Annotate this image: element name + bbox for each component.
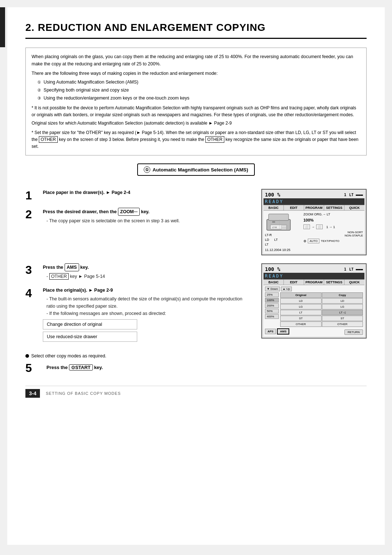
cs2-other-copy[interactable]: OTHER: [322, 321, 363, 327]
cs2-body: ▼ Down ▲ Up 25% 100% 200% 50% 400%: [264, 285, 364, 336]
cs1-drawer-lt: LT: [265, 243, 301, 246]
page: 3 2. REDUCTION AND ENLARGEMENT COPYING W…: [0, 0, 392, 555]
cs2-aps-btn[interactable]: APS: [265, 329, 276, 334]
step-2-block: 2 Press the desired drawer, then the ZOO…: [25, 208, 254, 224]
cs2-lg-copy[interactable]: LG: [322, 304, 363, 309]
printer-icon: LT-R: [265, 212, 292, 232]
cs2-tab-quick[interactable]: QUICK: [344, 280, 364, 285]
other-key-inline: OTHER: [39, 136, 58, 143]
cs2-return-btn[interactable]: RETURN: [344, 329, 363, 335]
intro-note1: * It is not possible for the device to p…: [32, 105, 360, 118]
ams-key: AMS: [65, 263, 79, 271]
step-3-num: 3: [25, 264, 43, 276]
step-4-num: 4: [25, 287, 43, 299]
step-3-block: 3 Press the AMS key. - OTHER key ► Page …: [25, 263, 254, 280]
cs1-topbar: 100 % 1 LT ▬▬▬: [264, 191, 364, 198]
svg-rect-7: [281, 228, 286, 230]
cs2-ld-copy[interactable]: LD: [322, 298, 363, 304]
cs1-left: LT-R LT-R LD LT: [265, 212, 301, 252]
cs1-copy-icon: ⬜: [303, 224, 310, 229]
intro-box: When placing originals on the glass, you…: [25, 48, 367, 155]
msg-use-reduced: Use reduced-size drawer: [43, 332, 137, 342]
step-4-sub-2: If the following messages are shown, pro…: [46, 310, 248, 317]
cs1-drawer-lt-label: LT: [274, 238, 278, 242]
cs1-drawer-ld: LD LT: [265, 238, 301, 242]
cs2-down-btn[interactable]: ▼ Down: [265, 287, 280, 291]
cs2-ams-btn[interactable]: AMS: [277, 328, 289, 335]
cs1-arrow-val: 1 → 1: [326, 225, 335, 229]
step-1-content: Place paper in the drawer(s). ► Page 2-4: [43, 189, 254, 198]
cs2-pct-btns: 25% 100% 200% 50% 400%: [265, 292, 279, 327]
cs1-tab-settings[interactable]: SETTINGS: [324, 205, 344, 210]
cs2-copy-header: Copy: [322, 292, 363, 298]
cs2-lt-orig[interactable]: LT: [280, 310, 322, 315]
step-5-block: 5 Press the ⊙START key.: [25, 361, 367, 375]
cs1-tabs: BASIC EDIT PROGRAM SETTINGS QUICK: [264, 205, 364, 211]
cs2-lg-orig[interactable]: LG: [280, 304, 322, 309]
step-4-sub-1: The built-in sensors automatically detec…: [46, 295, 248, 310]
bullet-line: Select other copy modes as required.: [25, 353, 367, 358]
cs2-tab-basic[interactable]: BASIC: [264, 280, 284, 285]
cs2-grid: Original Copy LD LD LG LG LT LT ◁ ST S: [280, 292, 363, 327]
cs2-pct-200[interactable]: 200%: [265, 303, 279, 308]
other-key-step3: OTHER: [49, 273, 69, 280]
cs2-up-btn[interactable]: ▲ Up: [281, 287, 292, 291]
cs2-other-orig[interactable]: OTHER: [280, 321, 322, 327]
cs2-return-area: RETURN: [344, 328, 363, 335]
cs2-pct-25[interactable]: 25%: [265, 292, 279, 297]
cs2-pct-100[interactable]: 100%: [265, 298, 279, 303]
section-circle: ①: [144, 166, 150, 173]
start-key: ⊙START: [69, 364, 93, 370]
svg-rect-6: [281, 226, 286, 228]
chapter-title: 2. REDUCTION AND ENLARGEMENT COPYING: [25, 22, 367, 39]
steps-3-4-content: 3 Press the AMS key. - OTHER key ► Page …: [25, 263, 254, 351]
cs2-orig-header: Original: [280, 292, 322, 298]
steps-1-2-row: 1 Place paper in the drawer(s). ► Page 2…: [25, 189, 367, 260]
cs2-st-copy[interactable]: ST: [322, 316, 363, 321]
step-5-content: Press the ⊙START key.: [46, 364, 103, 372]
intro-note3: * Set the paper size for "the OTHER" key…: [32, 129, 360, 150]
intro-item-2: Specifying both original size and copy s…: [37, 86, 360, 94]
chapter-tab: 3: [0, 7, 5, 47]
cs1-drawer-lt2-label: LT: [265, 243, 269, 246]
step-3-title: Press the AMS key.: [43, 263, 248, 271]
step-2-num: 2: [25, 208, 43, 220]
intro-para2: There are the following three ways of ma…: [32, 70, 360, 77]
cs2-tab-settings[interactable]: SETTINGS: [324, 280, 344, 285]
intro-note2: Original sizes for which Automatic Magni…: [32, 120, 360, 127]
cs2-pct-400[interactable]: 400%: [265, 314, 279, 319]
cs2-pct: 100 %: [265, 266, 280, 272]
screen-2-col: 100 % 1 LT ▬▬▬ READY BASIC EDIT PROGRAM …: [261, 263, 367, 343]
cs2-tab-program[interactable]: PROGRAM: [304, 280, 324, 285]
cs1-tab-program[interactable]: PROGRAM: [304, 205, 324, 210]
ams-section-header: ① Automatic Magnification Selection (AMS…: [137, 163, 254, 176]
cs1-tab-quick[interactable]: QUICK: [344, 205, 364, 210]
cs2-lt-copy[interactable]: LT ◁: [322, 310, 363, 315]
cs2-ready: READY: [264, 273, 364, 279]
cs1-drawer-ltr-label: LT-R: [265, 233, 272, 237]
cs2-pct-50[interactable]: 50%: [265, 309, 279, 313]
svg-rect-1: [269, 214, 289, 220]
steps-1-2-content: 1 Place paper in the drawer(s). ► Page 2…: [25, 189, 254, 231]
bullet-dot: [25, 354, 29, 358]
cs2-topbar: 100 % 1 LT ▬▬▬: [264, 266, 364, 273]
step-1-block: 1 Place paper in the drawer(s). ► Page 2…: [25, 189, 254, 201]
cs1-drawer-ld-label: LD: [265, 238, 269, 242]
other-key-inline2: OTHER: [205, 136, 224, 143]
cs2-st-orig[interactable]: ST: [280, 316, 322, 321]
step-5-num: 5: [25, 361, 43, 375]
step-1-num: 1: [25, 190, 43, 201]
cs2-bottom-row: APS AMS RETURN: [265, 328, 363, 335]
cs2-ld-orig[interactable]: LD: [280, 298, 322, 304]
copier-screen-2: 100 % 1 LT ▬▬▬ READY BASIC EDIT PROGRAM …: [261, 263, 367, 339]
cs1-tab-edit[interactable]: EDIT: [284, 205, 304, 210]
svg-text:LT-R: LT-R: [272, 226, 277, 228]
cs2-copies: 1: [344, 267, 346, 271]
cs2-tab-edit[interactable]: EDIT: [284, 280, 304, 285]
cs1-paper: LT: [349, 193, 354, 197]
cs1-ready: READY: [264, 198, 364, 205]
cs1-tab-basic[interactable]: BASIC: [264, 205, 284, 210]
copier-screen-1: 100 % 1 LT ▬▬▬ READY BASIC EDIT PROGRAM …: [261, 189, 367, 255]
cs1-auto-label: AUTO: [308, 239, 319, 243]
zoom-key: ZOOM···: [118, 208, 140, 216]
